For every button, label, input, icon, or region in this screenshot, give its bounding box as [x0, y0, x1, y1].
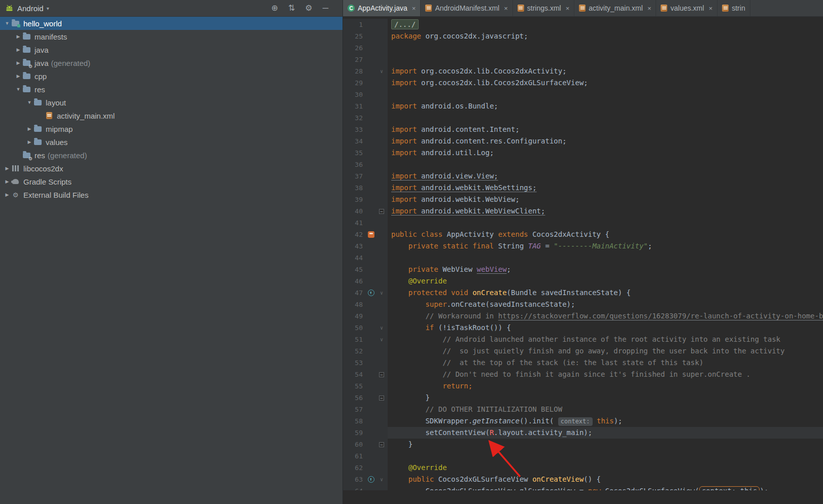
tree-arrow-icon[interactable]: ▶: [3, 166, 11, 171]
fold-marker[interactable]: ∨: [376, 287, 387, 299]
tree-item-hello-world[interactable]: ▼hello_world: [0, 17, 342, 30]
tree-arrow-icon[interactable]: ▼: [14, 87, 22, 92]
code-text[interactable]: return;: [388, 380, 823, 392]
tree-item-manifests[interactable]: ▶manifests: [0, 30, 342, 43]
code-text[interactable]: /.../: [388, 19, 823, 30]
tree-item-java[interactable]: ▶java: [0, 43, 342, 56]
android-class-icon[interactable]: [368, 231, 374, 238]
code-text[interactable]: SDKWrapper.getInstance().init( context: …: [388, 415, 823, 427]
override-arrow-icon[interactable]: ↑: [368, 290, 374, 296]
project-view-selector[interactable]: Android: [17, 4, 44, 13]
fold-collapse-icon[interactable]: −: [379, 395, 384, 401]
close-icon[interactable]: ×: [566, 5, 570, 12]
tree-arrow-icon[interactable]: ▼: [25, 100, 33, 105]
fold-marker[interactable]: −: [376, 372, 387, 377]
close-icon[interactable]: ×: [709, 5, 713, 12]
class-gutter-icon[interactable]: [365, 231, 376, 238]
code-text[interactable]: // so just quietly finish and go away, d…: [388, 345, 823, 357]
tree-item-mipmap[interactable]: ▶mipmap: [0, 122, 342, 135]
locate-file-icon[interactable]: ⊕: [271, 4, 278, 12]
fold-collapse-icon[interactable]: −: [379, 442, 384, 447]
code-text[interactable]: [388, 112, 823, 124]
code-text[interactable]: private WebView webView;: [388, 264, 823, 275]
tree-arrow-icon[interactable]: ▼: [3, 21, 11, 26]
code-text[interactable]: public Cocos2dxGLSurfaceView onCreateVie…: [388, 474, 823, 485]
code-text[interactable]: import android.util.Log;: [388, 147, 823, 159]
code-text[interactable]: import android.content.Intent;: [388, 124, 823, 135]
close-icon[interactable]: ×: [504, 5, 508, 12]
code-text[interactable]: // DO OTHER INITIALIZATION BELOW: [388, 404, 823, 415]
code-text[interactable]: [388, 89, 823, 100]
tree-item-cpp[interactable]: ▶cpp: [0, 69, 342, 83]
tree-arrow-icon[interactable]: ▶: [3, 179, 11, 184]
code-text[interactable]: public class AppActivity extends Cocos2d…: [388, 229, 823, 240]
code-text[interactable]: [388, 450, 823, 462]
code-text[interactable]: import android.content.res.Configuration…: [388, 135, 823, 147]
close-icon[interactable]: ×: [412, 5, 416, 12]
hide-panel-icon[interactable]: ─: [323, 4, 328, 12]
tree-item-libcocos2dx[interactable]: ▶libcocos2dx: [0, 162, 342, 175]
chevron-down-icon[interactable]: ▾: [47, 6, 49, 11]
code-text[interactable]: import android.webkit.WebView;: [388, 194, 823, 205]
code-text[interactable]: protected void onCreate(Bundle savedInst…: [388, 287, 823, 299]
tree-item-external-build-files[interactable]: ▶⚙External Build Files: [0, 188, 342, 201]
tree-arrow-icon[interactable]: ▶: [14, 47, 22, 52]
tab-appactivity-java[interactable]: CAppActivity.java×: [343, 0, 421, 16]
settings-icon[interactable]: ⚙: [305, 4, 312, 12]
tree-item-layout[interactable]: ▼layout: [0, 96, 342, 109]
code-text[interactable]: import android.webkit.WebSettings;: [388, 182, 823, 194]
collapse-all-icon[interactable]: ⇅: [288, 4, 295, 12]
code-text[interactable]: Cocos2dxGLSurfaceView glSurfaceView = ne…: [388, 485, 823, 490]
tree-item-activity-main-xml[interactable]: activity_main.xml: [0, 109, 342, 122]
code-text[interactable]: import android.view.View;: [388, 170, 823, 182]
fold-marker[interactable]: ∨: [376, 322, 387, 334]
fold-collapse-icon[interactable]: −: [379, 209, 384, 214]
fold-marker[interactable]: ∨: [376, 474, 387, 485]
code-text[interactable]: [388, 159, 823, 170]
code-text[interactable]: }: [388, 439, 823, 450]
tree-item-java[interactable]: ▶java(generated): [0, 56, 342, 69]
code-text[interactable]: // Android launched another instance of …: [388, 334, 823, 345]
code-text[interactable]: import org.cocos2dx.lib.Cocos2dxActivity…: [388, 65, 823, 77]
fold-marker[interactable]: ∨: [376, 334, 387, 345]
fold-marker[interactable]: ∨: [376, 65, 387, 77]
code-text[interactable]: [388, 54, 823, 65]
code-text[interactable]: // Workaround in https://stackoverflow.c…: [388, 310, 823, 322]
code-text[interactable]: private static final String TAG = "-----…: [388, 240, 823, 252]
fold-marker[interactable]: −: [376, 442, 387, 447]
tab-strings-xml[interactable]: strings.xml×: [513, 0, 575, 16]
code-text[interactable]: import android.webkit.WebViewClient;: [388, 205, 823, 217]
code-text[interactable]: // at the top of the stack (ie: the last…: [388, 357, 823, 369]
code-text[interactable]: package org.cocos2dx.javascript;: [388, 30, 823, 42]
code-text[interactable]: setContentView(R.layout.activity_main);: [388, 427, 823, 439]
tree-item-values[interactable]: ▶values: [0, 135, 342, 149]
fold-marker[interactable]: −: [376, 209, 387, 214]
code-text[interactable]: // Don't need to finish it again since i…: [388, 369, 823, 380]
code-text[interactable]: super.onCreate(savedInstanceState);: [388, 299, 823, 310]
tree-item-gradle-scripts[interactable]: ▶Gradle Scripts: [0, 175, 342, 188]
tab-activity-main-xml[interactable]: activity_main.xml×: [574, 0, 656, 16]
fold-collapse-icon[interactable]: −: [379, 372, 384, 377]
tree-item-res[interactable]: res(generated): [0, 149, 342, 162]
code-area[interactable]: 1/.../25package org.cocos2dx.javascript;…: [343, 17, 823, 490]
code-text[interactable]: @Override: [388, 275, 823, 287]
tab-strin[interactable]: strin: [717, 0, 750, 16]
code-text[interactable]: import android.os.Bundle;: [388, 100, 823, 112]
tree-arrow-icon[interactable]: ▶: [14, 60, 22, 65]
tree-arrow-icon[interactable]: ▶: [14, 74, 22, 79]
override-gutter-icon[interactable]: ↑: [365, 290, 376, 296]
tree-arrow-icon[interactable]: ▶: [3, 192, 11, 197]
tree-item-res[interactable]: ▼res: [0, 83, 342, 96]
tree-arrow-icon[interactable]: ▶: [25, 139, 33, 145]
code-text[interactable]: if (!isTaskRoot()) {: [388, 322, 823, 334]
code-text[interactable]: import org.cocos2dx.lib.Cocos2dxGLSurfac…: [388, 77, 823, 89]
code-text[interactable]: [388, 252, 823, 264]
code-text[interactable]: [388, 42, 823, 54]
tree-arrow-icon[interactable]: ▶: [14, 34, 22, 39]
tab-androidmanifest-xml[interactable]: AndroidManifest.xml×: [421, 0, 512, 16]
tab-values-xml[interactable]: values.xml×: [656, 0, 717, 16]
fold-marker[interactable]: −: [376, 395, 387, 401]
override-gutter-icon[interactable]: ↑: [365, 476, 376, 483]
close-icon[interactable]: ×: [647, 5, 651, 12]
code-text[interactable]: }: [388, 392, 823, 404]
